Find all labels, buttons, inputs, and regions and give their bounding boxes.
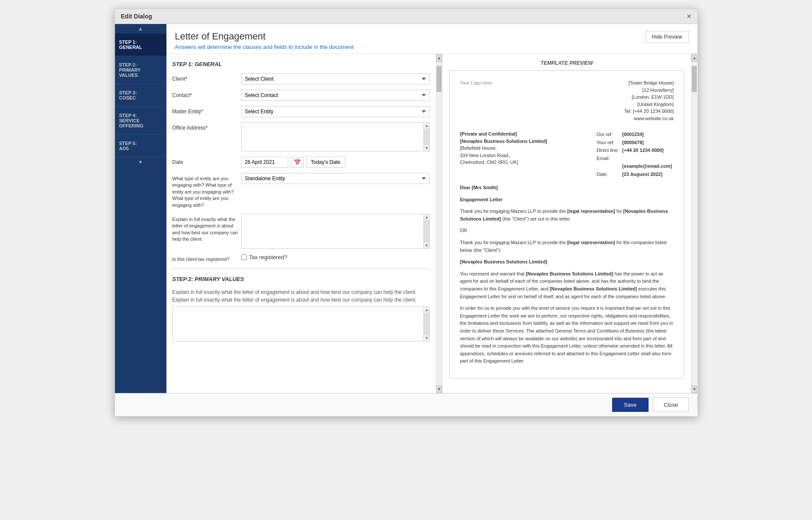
preview-ref-section: [Private and Confidential] [Novaplex Bus… <box>460 130 673 178</box>
your-ref-value: [0005678] <box>622 140 644 145</box>
today-date-button[interactable]: Today's Date <box>306 157 345 168</box>
address-line-3: [London, E1W 1DD] <box>624 94 673 101</box>
client-label: Client* <box>172 73 241 82</box>
date-label: Date <box>172 157 241 165</box>
matter-entity-select[interactable]: Select Entity <box>241 106 430 117</box>
step2-scroll-down[interactable]: ▼ <box>424 335 429 341</box>
section-divider <box>172 269 430 269</box>
entity-type-row: What type of entity are you engaging wit… <box>172 173 430 209</box>
hide-preview-button[interactable]: Hide Preview <box>646 31 689 43</box>
document-title: Letter of Engagement <box>175 31 354 42</box>
date-row: Date 📅 Today's Date <box>172 157 430 168</box>
preview-client-info: [Private and Confidential] [Novaplex Bus… <box>460 130 547 178</box>
date-label: Date: <box>595 170 621 178</box>
preview-scrollbar-thumb[interactable] <box>692 66 697 92</box>
save-button[interactable]: Save <box>612 398 649 412</box>
client-select[interactable]: Select Client <box>241 73 430 85</box>
step2-textarea[interactable] <box>172 306 424 342</box>
entity-type-select[interactable]: Standalone EntityGroup EntityOther <box>241 173 430 184</box>
preview-client-addr2: 104 New London Road, <box>460 152 547 159</box>
preview-document: Your Logo here [Tower Bridge House] [12 … <box>449 70 684 378</box>
engagement-desc-label: Explain in full exactly what the letter … <box>172 214 241 243</box>
sidebar: ▲ STEP 1:GENERAL STEP 2:PRIMARYVALUES ST… <box>115 24 166 393</box>
preview-scrollbar-down[interactable]: ▼ <box>691 385 697 393</box>
office-address-textarea[interactable] <box>241 122 424 151</box>
contact-row: Contact* Select Contact <box>172 90 430 101</box>
direct-line-label: Direct line: <box>595 146 621 154</box>
edit-dialog: Edit Dialog × ▲ STEP 1:GENERAL STEP 2:PR… <box>115 9 698 417</box>
preview-refs: Our ref: [0001234] Your ref: [0005678] <box>595 130 674 178</box>
address-line-1: [Tower Bridge House] <box>624 79 673 87</box>
preview-scrollbar: ▲ ▼ <box>691 54 697 393</box>
sidebar-item-step1[interactable]: STEP 1:GENERAL <box>115 33 166 56</box>
preview-para-2: OR <box>460 227 673 235</box>
address-line-4: [United Kingdom] <box>624 101 673 108</box>
form-scrollbar-down[interactable]: ▼ <box>436 385 442 393</box>
textarea-scroll-up[interactable]: ▲ <box>424 123 429 129</box>
sidebar-item-step4[interactable]: STEP 4:SERVICEOFFERING <box>115 107 166 135</box>
sidebar-item-step2[interactable]: STEP 2:PRIMARYVALUES <box>115 56 166 84</box>
step2-desc-row: Explain in full exactly what the letter … <box>172 288 430 342</box>
tax-row: Is this client tax registered? Tax regis… <box>172 254 430 262</box>
preview-subject: Engagement Letter <box>460 197 503 202</box>
client-field: Select Client <box>241 73 430 85</box>
matter-entity-field: Select Entity <box>241 106 430 117</box>
desc-scroll-down[interactable]: ▼ <box>424 242 429 248</box>
main-header: Letter of Engagement Answers will determ… <box>166 24 697 54</box>
our-ref-label: Our ref: <box>595 130 621 139</box>
preview-panel: TEMPLATE PREVIEW Your Logo here [Tower B… <box>442 54 697 393</box>
close-button[interactable]: Close <box>653 398 688 412</box>
matter-entity-label: Matter Entity* <box>172 106 241 115</box>
form-scrollbar-up[interactable]: ▲ <box>436 54 442 62</box>
preview-para-4: [Novaplex Business Solutions Limited] <box>460 259 547 264</box>
calendar-icon[interactable]: 📅 <box>291 157 304 168</box>
sidebar-item-step5[interactable]: STEP 5:AO5 <box>115 135 166 157</box>
tax-field: Tax registered? <box>241 254 430 260</box>
contact-field: Select Contact <box>241 90 430 101</box>
preview-address: [Tower Bridge House] [12 Horseferry] [Lo… <box>624 79 673 122</box>
date-field: 📅 Today's Date <box>241 157 430 168</box>
preview-section-title: TEMPLATE PREVIEW <box>449 60 684 66</box>
preview-para-6: In order for us to provide you with the … <box>460 305 673 365</box>
document-subtitle: Answers will determine the clauses and f… <box>175 44 354 50</box>
sidebar-item-step3[interactable]: STEP 3:COSEC <box>115 84 166 107</box>
preview-doc-header: Your Logo here [Tower Bridge House] [12 … <box>460 79 673 122</box>
dialog-titlebar: Edit Dialog × <box>115 9 697 24</box>
form-panel: STEP 1: GENERAL Client* Select Client C <box>166 54 443 393</box>
direct-line-value: [+44 20 1234 0000] <box>622 148 664 153</box>
sidebar-scroll-down-button[interactable]: ▼ <box>115 157 166 167</box>
engagement-desc-textarea[interactable] <box>241 214 424 249</box>
form-scrollbar: ▲ ▼ <box>436 54 442 393</box>
dialog-close-button[interactable]: × <box>687 12 691 20</box>
preview-scrollbar-up[interactable]: ▲ <box>691 54 697 62</box>
tax-checkbox[interactable] <box>241 254 247 260</box>
desc-scroll-up[interactable]: ▲ <box>424 214 429 220</box>
preview-scrollbar-track <box>691 62 697 385</box>
preview-para-5: You represent and warrant that [Novaplex… <box>460 270 673 300</box>
content-area: STEP 1: GENERAL Client* Select Client C <box>166 54 697 393</box>
header-left: Letter of Engagement Answers will determ… <box>175 31 354 50</box>
preview-client-addr3: Chelmsford, CM2 0RG, UK] <box>460 159 547 166</box>
date-value: [23 Auguest 2022] <box>622 172 663 177</box>
dialog-footer: Save Close <box>115 393 697 416</box>
contact-select[interactable]: Select Contact <box>241 90 430 101</box>
preview-body: Dear [Mrs Smith] Engagement Letter Thank… <box>460 184 673 365</box>
step2-desc-text: Explain in full exactly what the letter … <box>172 288 430 304</box>
preview-para-1: Thank you for engaging Mazars LLP to pro… <box>460 208 673 223</box>
address-line-2: [12 Horseferry] <box>624 87 673 94</box>
dialog-title: Edit Dialog <box>121 13 152 20</box>
sidebar-scroll-up-button[interactable]: ▲ <box>115 24 166 33</box>
entity-type-field: Standalone EntityGroup EntityOther <box>241 173 430 184</box>
step1-title: STEP 1: GENERAL <box>172 61 430 67</box>
step2-scroll-up[interactable]: ▲ <box>424 307 429 313</box>
preview-confidential: [Private and Confidential] <box>460 131 517 136</box>
matter-entity-row: Matter Entity* Select Entity <box>172 106 430 117</box>
engagement-desc-field: ▲ ▼ <box>241 214 430 249</box>
our-ref-value: [0001234] <box>622 132 644 137</box>
form-scrollbar-thumb[interactable] <box>437 66 441 92</box>
dialog-body: ▲ STEP 1:GENERAL STEP 2:PRIMARYVALUES ST… <box>115 24 697 393</box>
address-line-6: www.website.co.uk <box>624 115 673 122</box>
date-input[interactable] <box>241 157 288 168</box>
address-line-5: Tel: [+44 20 1234 0000] <box>624 108 673 115</box>
textarea-scroll-down[interactable]: ▼ <box>424 145 429 151</box>
